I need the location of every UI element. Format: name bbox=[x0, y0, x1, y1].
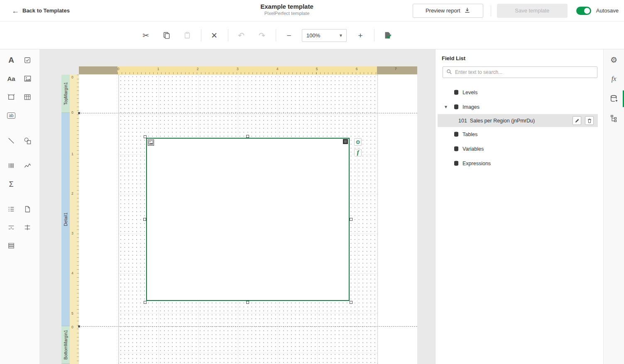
search-input[interactable] bbox=[455, 69, 594, 75]
checkbox-icon bbox=[24, 56, 31, 64]
selected-image-element[interactable] bbox=[146, 138, 350, 301]
validate-icon bbox=[383, 31, 392, 39]
checkbox-tool[interactable] bbox=[22, 55, 33, 66]
sparkline-tool[interactable] bbox=[22, 160, 33, 171]
subreport-tool[interactable] bbox=[22, 204, 33, 215]
horizontal-ruler: 0 1 2 3 4 5 6 7 bbox=[79, 66, 417, 74]
preview-report-button[interactable]: Preview report bbox=[413, 4, 483, 18]
v-ruler-number: 0 bbox=[71, 110, 73, 115]
template-title-block: Example template PixelPerfect template bbox=[260, 3, 313, 16]
save-template-button[interactable]: Save template bbox=[497, 4, 568, 18]
resize-handle-middle-right[interactable] bbox=[350, 218, 352, 221]
field-list-button[interactable] bbox=[607, 91, 622, 106]
label-tool[interactable]: A bbox=[6, 55, 17, 66]
field-group-expressions[interactable]: Expressions bbox=[436, 156, 603, 171]
element-formula-button[interactable]: f bbox=[354, 149, 362, 156]
v-ruler-number: 1 bbox=[71, 152, 73, 156]
crossband-icon bbox=[24, 224, 31, 231]
pencil-icon bbox=[575, 118, 580, 123]
v-ruler-number: 3 bbox=[71, 231, 73, 235]
pagebreak-tool[interactable] bbox=[6, 222, 17, 233]
field-group-levels[interactable]: Levels bbox=[436, 85, 603, 100]
field-search[interactable] bbox=[443, 66, 597, 78]
field-list-panel: Field List Levels ▼ Images 101 Sales per… bbox=[435, 49, 603, 364]
bands-tool[interactable] bbox=[6, 240, 17, 251]
h-ruler-number: 1 bbox=[157, 67, 159, 71]
delete-field-button[interactable] bbox=[585, 116, 594, 125]
copy-button[interactable] bbox=[159, 27, 174, 43]
plus-icon: + bbox=[358, 32, 362, 39]
resize-handle-bottom-middle[interactable] bbox=[246, 301, 249, 304]
line-tool[interactable] bbox=[6, 135, 17, 146]
summary-tool[interactable]: Σ bbox=[6, 179, 17, 190]
h-ruler-number: 6 bbox=[356, 67, 358, 71]
zoom-in-button[interactable]: + bbox=[352, 27, 368, 43]
band-separator[interactable] bbox=[79, 113, 417, 113]
table-tool[interactable] bbox=[22, 92, 33, 103]
resize-handle-top-middle[interactable] bbox=[246, 135, 249, 138]
sum-glyph: Σ bbox=[9, 180, 13, 189]
dataset-icon bbox=[454, 146, 459, 151]
band-bottommargin[interactable]: BottomMargin1 bbox=[61, 326, 70, 364]
list-tool[interactable] bbox=[6, 204, 17, 215]
field-item-sales-per-region[interactable]: 101 Sales per Region (jnPmrDu) bbox=[438, 114, 598, 127]
validate-template-button[interactable] bbox=[379, 27, 395, 43]
field-group-tables[interactable]: Tables bbox=[436, 127, 603, 142]
field-group-variables[interactable]: Variables bbox=[436, 142, 603, 156]
band-strip: TopMargin1 Detail1 BottomMargin1 bbox=[61, 75, 70, 364]
smart-tag-button[interactable] bbox=[343, 139, 348, 144]
cut-button[interactable]: ✂ bbox=[138, 27, 154, 43]
h-ruler-number: 2 bbox=[197, 67, 199, 71]
element-settings-button[interactable]: ⚙ bbox=[354, 138, 362, 146]
band-topmargin[interactable]: TopMargin1 bbox=[61, 75, 70, 113]
design-canvas[interactable]: 0 1 2 3 4 5 6 7 TopMargin1 Detail1 Botto… bbox=[39, 49, 435, 364]
properties-button[interactable]: ⚙ bbox=[607, 52, 622, 67]
paste-button[interactable] bbox=[179, 27, 195, 43]
list-icon bbox=[7, 205, 15, 213]
undo-icon: ↶ bbox=[238, 32, 245, 39]
toolbar-divider bbox=[374, 29, 374, 42]
undo-button[interactable]: ↶ bbox=[233, 27, 249, 43]
dataset-add-icon bbox=[610, 95, 618, 103]
crossband-tool[interactable] bbox=[22, 222, 33, 233]
redo-button[interactable]: ↷ bbox=[254, 27, 270, 43]
band-label: TopMargin1 bbox=[63, 82, 68, 105]
image-tool[interactable] bbox=[22, 73, 33, 84]
field-group-label: Tables bbox=[462, 132, 477, 137]
back-to-templates-button[interactable]: ← Back to Templates bbox=[12, 7, 70, 15]
zoom-out-button[interactable]: − bbox=[281, 27, 297, 43]
resize-handle-bottom-right[interactable] bbox=[350, 301, 352, 304]
barcode-tool[interactable] bbox=[6, 160, 17, 171]
download-icon bbox=[464, 7, 470, 15]
gear-icon: ⚙ bbox=[610, 55, 617, 65]
panel-tool[interactable] bbox=[6, 92, 17, 103]
resize-handle-bottom-left[interactable] bbox=[144, 301, 147, 304]
resize-handle-top-left[interactable] bbox=[144, 135, 147, 138]
shape-tool[interactable] bbox=[22, 135, 33, 146]
chevron-down-icon: ▼ bbox=[339, 33, 343, 38]
toolbar-divider bbox=[201, 29, 201, 42]
band-label: Detail1 bbox=[63, 213, 68, 226]
field-group-label: Images bbox=[462, 104, 480, 110]
structure-button[interactable] bbox=[607, 111, 622, 126]
cut-icon: ✂ bbox=[142, 32, 149, 39]
expressions-button[interactable]: fx bbox=[607, 71, 622, 86]
hierarchy-icon bbox=[610, 114, 618, 122]
resize-handle-middle-left[interactable] bbox=[143, 218, 146, 221]
richtext-tool[interactable]: Aa bbox=[6, 73, 17, 84]
vertical-ruler: 0 0 1 2 3 4 5 0 bbox=[70, 75, 79, 364]
band-separator[interactable] bbox=[79, 326, 417, 327]
v-ruler-number: 0 bbox=[71, 325, 73, 329]
template-title: Example template bbox=[260, 3, 313, 10]
template-subtitle: PixelPerfect template bbox=[260, 11, 313, 16]
field-item-label: Sales per Region (jnPmrDu) bbox=[470, 118, 535, 124]
zoom-level-select[interactable]: 100% ▼ bbox=[302, 29, 347, 42]
band-detail[interactable]: Detail1 bbox=[61, 113, 70, 326]
autosave-toggle[interactable] bbox=[576, 7, 591, 15]
v-ruler-number: 0 bbox=[71, 75, 73, 79]
field-group-images[interactable]: ▼ Images bbox=[436, 100, 603, 114]
edit-field-button[interactable] bbox=[573, 116, 581, 125]
textbox-tool[interactable]: ab bbox=[6, 110, 17, 121]
delete-button[interactable]: ✕ bbox=[206, 27, 222, 43]
redo-icon: ↷ bbox=[259, 32, 265, 39]
